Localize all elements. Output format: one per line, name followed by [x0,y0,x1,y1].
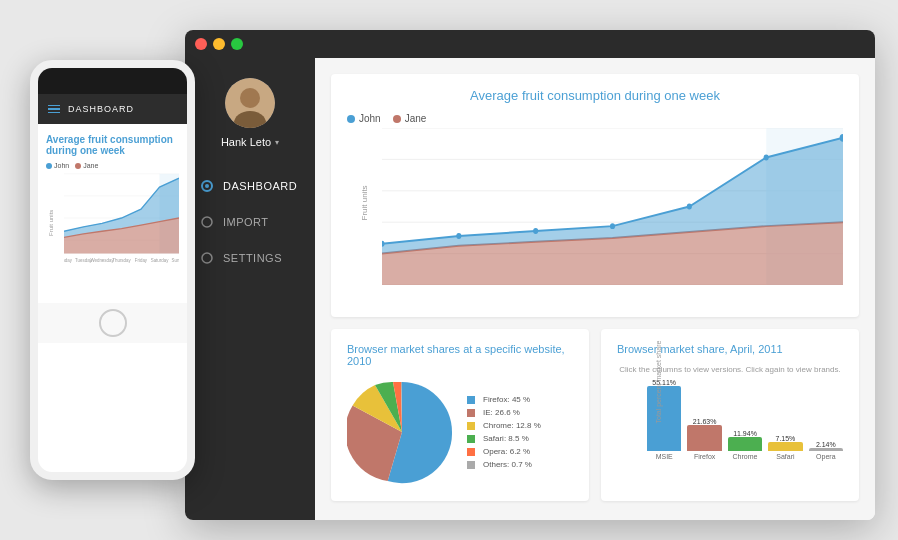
area-chart-svg: 15 12.5 10 7.5 5 0 [382,128,843,285]
bar-firefox[interactable]: 21.63% Firefox [687,418,721,460]
pie-chart-card: Browser market shares at a specific webs… [331,329,589,501]
legend-jane: Jane [393,113,427,124]
user-name: Hank Leto ▾ [221,136,279,148]
phone-navbar: DASHBOARD [38,94,187,124]
phone-y-label: Fruit units [48,210,54,236]
area-chart-title: Average fruit consumption during one wee… [347,88,843,103]
sidebar: Hank Leto ▾ DASHBOARD [185,58,315,520]
avatar [225,78,275,128]
phone-john-dot [46,163,52,169]
desktop-window: Hank Leto ▾ DASHBOARD [185,30,875,520]
bar-safari[interactable]: 7.15% Safari [768,435,802,460]
pie-chart-title: Browser market shares at a specific webs… [347,343,573,367]
phone-chart-svg: 15 10 5 0 [64,173,179,263]
legend-john: John [347,113,381,124]
dropdown-arrow-icon: ▾ [275,138,279,147]
svg-point-6 [202,253,212,263]
titlebar [185,30,875,58]
bar-chart-title: Browser market share, April, 2011 [617,343,843,355]
svg-text:Thursday: Thursday [112,258,131,263]
bar-msie[interactable]: 55.11% MSIE [647,379,681,460]
bar-chrome[interactable]: 11.94% Chrome [728,430,762,460]
traffic-lights [195,38,243,50]
sidebar-item-import[interactable]: IMPORT [185,204,315,240]
y-axis-label: Fruit units [360,185,369,220]
svg-point-5 [202,217,212,227]
svg-text:Saturday: Saturday [151,258,169,263]
close-button[interactable] [195,38,207,50]
sidebar-item-settings[interactable]: SETTINGS [185,240,315,276]
others-legend: Others: 0.7 % [467,460,541,469]
firefox-legend: Firefox: 45 % [467,395,541,404]
phone-home-area [38,303,187,343]
phone-chart-title: Average fruit consumption during one wee… [46,134,179,156]
phone-legend-john: John [46,162,69,169]
ie-legend: IE: 26.6 % [467,408,541,417]
bar-y-axis-label: Total percent market share [655,341,662,424]
svg-text:Wednesday: Wednesday [90,258,114,263]
area-chart-card: Average fruit consumption during one wee… [331,74,859,317]
svg-point-4 [205,184,209,188]
sidebar-item-dashboard[interactable]: DASHBOARD [185,168,315,204]
john-legend-dot [347,115,355,123]
svg-point-25 [764,154,769,160]
svg-point-24 [687,204,692,210]
phone-content: Average fruit consumption during one wee… [38,124,187,303]
bar-chart-card: Browser market share, April, 2011 Click … [601,329,859,501]
phone-home-button[interactable] [99,309,127,337]
phone-dashboard-title: DASHBOARD [68,104,134,114]
settings-icon [199,250,215,266]
dashboard-icon [199,178,215,194]
safari-legend: Safari: 8.5 % [467,434,541,443]
svg-point-22 [533,228,538,234]
window-body: Hank Leto ▾ DASHBOARD [185,58,875,520]
bar-opera[interactable]: 2.14% Opera [809,441,843,460]
import-icon [199,214,215,230]
maximize-button[interactable] [231,38,243,50]
svg-point-1 [240,88,260,108]
main-content: Average fruit consumption during one wee… [315,58,875,520]
svg-text:Friday: Friday [135,258,148,263]
svg-point-21 [456,233,461,239]
chrome-legend: Chrome: 12.8 % [467,421,541,430]
opera-legend: Opera: 6.2 % [467,447,541,456]
phone-jane-dot [75,163,81,169]
svg-text:Monday: Monday [64,258,73,263]
phone-legend: John Jane [46,162,179,169]
jane-legend-dot [393,115,401,123]
phone-statusbar [38,68,187,94]
minimize-button[interactable] [213,38,225,50]
svg-text:Sunday: Sunday [172,258,179,263]
pie-chart-svg [347,377,457,487]
svg-point-23 [610,223,615,229]
user-profile: Hank Leto ▾ [221,78,279,148]
pie-legend: Firefox: 45 % IE: 26.6 % Chrome: 12.8 % … [467,395,541,469]
hamburger-icon [48,105,60,114]
phone: DASHBOARD Average fruit consumption duri… [30,60,195,480]
scene: Hank Leto ▾ DASHBOARD [0,0,898,540]
bar-chart-subtitle: Click the columns to view versions. Clic… [617,365,843,374]
bars-container: 55.11% MSIE 21.63% Firefox [647,379,843,460]
phone-legend-jane: Jane [75,162,98,169]
bottom-charts-row: Browser market shares at a specific webs… [331,329,859,501]
